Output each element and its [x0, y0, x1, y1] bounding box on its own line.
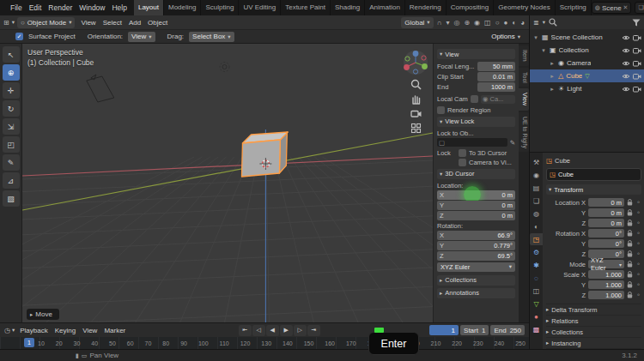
frame-end-field[interactable]: End 250 — [490, 325, 525, 335]
cursor-rotation-field[interactable]: X 66.9° — [437, 231, 515, 240]
outliner-item-label[interactable]: Collection — [559, 46, 589, 54]
topbar-menu[interactable]: Edit — [26, 0, 46, 15]
property-value-field[interactable]: 0 m — [588, 198, 624, 208]
panel-header-transform[interactable]: ▾ Transform — [546, 184, 641, 195]
collapsed-panel-header[interactable]: ▸ Relations — [546, 315, 641, 326]
cursor-location-field[interactable]: Z 0 m — [437, 211, 515, 220]
property-value-field[interactable]: 0° — [588, 239, 624, 249]
viewport-menu[interactable]: Object — [144, 19, 171, 27]
tab-material[interactable]: ● — [530, 310, 543, 322]
play-button[interactable]: ▶ — [280, 325, 293, 336]
breadcrumb-object-name[interactable]: Cube — [555, 157, 570, 165]
sidebar-tab[interactable]: Tool — [519, 68, 529, 87]
rotation-mode-dropdown[interactable]: XYZ Euler ▾ — [437, 262, 515, 272]
shading-wireframe-icon[interactable]: ○ — [495, 19, 501, 27]
tab-output[interactable]: ▤ — [530, 182, 543, 194]
local-camera-checkbox[interactable] — [471, 95, 478, 103]
lock-icon[interactable] — [627, 261, 633, 268]
tab-constraints[interactable]: ◫ — [530, 285, 543, 297]
property-value-field[interactable]: 0 m — [588, 219, 624, 228]
outliner-row[interactable]: ▾ ▦ Scene Collection — [530, 31, 644, 44]
animate-decorator-icon[interactable]: ∘ — [635, 271, 641, 278]
lock-icon[interactable] — [627, 230, 633, 237]
collapsed-panel-header[interactable]: ▸ Delta Transform — [546, 304, 641, 315]
tab-render[interactable]: ◉ — [530, 169, 543, 181]
timeline-editor-icon[interactable]: ◷ — [4, 327, 10, 334]
tab-view-layer[interactable]: ❏ — [530, 195, 543, 207]
editor-type-dropdown-icon[interactable]: ▾ — [12, 327, 15, 334]
collapsed-panel-header[interactable]: ▸ Collections — [546, 326, 641, 337]
property-value-field[interactable]: 0.01 m — [477, 72, 515, 81]
tab-world[interactable]: ◐ — [530, 220, 543, 232]
animate-decorator-icon[interactable]: ∘ — [635, 261, 641, 268]
current-frame-field[interactable]: 1 — [429, 325, 459, 335]
editor-type-icon[interactable]: ⊞ — [3, 19, 9, 27]
outliner-item-label[interactable]: Light — [567, 85, 581, 93]
workspace-tab[interactable]: Shading — [331, 0, 365, 15]
animate-decorator-icon[interactable]: ∘ — [635, 230, 641, 237]
expand-arrow-icon[interactable]: ▸ — [549, 86, 556, 93]
outliner-row[interactable]: ▸ ◉ Camera — [530, 57, 644, 69]
sidebar-tab[interactable]: UE to Rigify — [519, 112, 529, 153]
viewlayer-selector[interactable]: ❏ ViewLayer ✕ — [635, 2, 644, 14]
property-value-field[interactable]: 0 m — [588, 208, 624, 218]
search-icon[interactable] — [549, 18, 557, 27]
workspace-tab[interactable]: Compositing — [447, 0, 494, 15]
property-value-field[interactable]: XYZ Euler — [588, 260, 624, 269]
lock-icon[interactable] — [627, 271, 633, 278]
workspace-tab[interactable]: Geometry Nodes — [494, 0, 555, 15]
camera-object[interactable] — [87, 75, 114, 102]
filter-icon[interactable] — [632, 19, 641, 27]
lock-icon[interactable] — [627, 281, 633, 288]
hide-in-viewport-icon[interactable] — [622, 60, 630, 67]
collapsed-panel-header[interactable]: ▸ Instancing — [546, 337, 641, 348]
transform-orientation-dropdown[interactable]: Global ▾ — [401, 17, 433, 28]
mode-dropdown[interactable]: ○ Object Mode ▾ — [17, 17, 75, 28]
tool-rotate[interactable]: ↻ — [3, 100, 20, 117]
surface-project-checkbox[interactable]: ✓ — [15, 33, 23, 40]
camera-view-icon[interactable] — [410, 108, 422, 119]
jump-to-end-button[interactable]: ⇥ — [307, 325, 320, 336]
workspace-tab[interactable]: Rendering — [405, 0, 447, 15]
xray-toggle-icon[interactable]: ◫ — [483, 19, 492, 27]
collapsed-panel-header[interactable]: ▸ Collections — [437, 275, 515, 286]
cursor-location-field[interactable]: X 0 m — [437, 190, 515, 200]
property-value-field[interactable]: 50 mm — [477, 62, 515, 71]
camera-to-view-checkbox[interactable] — [459, 159, 466, 166]
hide-in-viewport-icon[interactable] — [622, 34, 630, 41]
disable-in-render-icon[interactable] — [633, 34, 641, 41]
light-object[interactable] — [220, 63, 229, 72]
property-value-field[interactable]: 0° — [588, 229, 624, 238]
expand-arrow-icon[interactable]: ▸ — [549, 60, 556, 67]
timeline-menu[interactable]: Playback — [16, 327, 51, 334]
shading-rendered-icon[interactable]: ◕ — [519, 19, 526, 27]
proportional-editing-icon[interactable]: ◎ — [453, 19, 460, 27]
tab-object[interactable]: ◳ — [530, 233, 543, 245]
outliner-item-label[interactable]: Scene Collection — [551, 33, 603, 41]
animate-decorator-icon[interactable]: ∘ — [635, 240, 641, 247]
hide-in-viewport-icon[interactable] — [622, 86, 630, 93]
topbar-menu[interactable]: Window — [76, 0, 108, 15]
disable-in-render-icon[interactable] — [633, 47, 641, 54]
panel-header-view-lock[interactable]: ▾ View Lock — [437, 117, 515, 127]
render-region-checkbox[interactable] — [437, 106, 445, 114]
tool-measure[interactable]: ⊿ — [3, 172, 20, 189]
scene-unlink-icon[interactable]: ✕ — [623, 4, 629, 11]
collapsed-panel-header[interactable]: ▸ Annotations — [437, 288, 515, 298]
workspace-tab[interactable]: UV Editing — [239, 0, 281, 15]
workspace-tab[interactable]: Animation — [365, 0, 405, 15]
chevron-down-icon[interactable]: ▾ — [543, 19, 545, 26]
outliner-item-label[interactable]: Cube — [566, 72, 582, 80]
lock-icon[interactable] — [627, 220, 633, 226]
cursor-rotation-field[interactable]: Y 0.779° — [437, 241, 515, 250]
property-value-field[interactable]: 1.000 — [588, 280, 624, 290]
viewport-menu[interactable]: Add — [125, 19, 144, 27]
frame-start-field[interactable]: Start 1 — [460, 325, 489, 335]
next-keyframe-button[interactable]: ▷ — [294, 325, 307, 336]
expand-arrow-icon[interactable]: ▾ — [532, 34, 539, 41]
eyedropper-icon[interactable]: ✎ — [510, 139, 515, 147]
lock-to-3d-cursor-checkbox[interactable] — [459, 149, 466, 157]
jump-to-start-button[interactable]: ⇤ — [239, 325, 252, 336]
panel-header-3d-cursor[interactable]: ▾ 3D Cursor — [437, 169, 515, 179]
playhead[interactable]: 1 — [24, 338, 34, 347]
